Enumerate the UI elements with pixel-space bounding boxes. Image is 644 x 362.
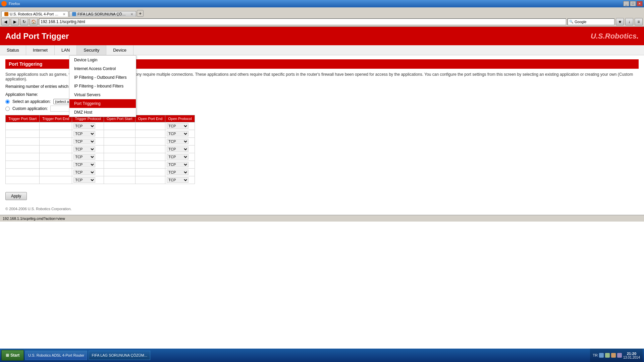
- dropdown-virtual-servers[interactable]: Virtual Servers: [69, 90, 136, 99]
- back-button[interactable]: ◀: [1, 18, 9, 25]
- status-bar: 192.168.1.1/scprttrg.cmd?action=view: [0, 215, 644, 222]
- taskbar-time: 21:20: [627, 352, 636, 356]
- minimize-button[interactable]: _: [623, 1, 629, 6]
- tray-icon-1: [599, 353, 604, 358]
- browser-tab-1[interactable]: U.S. Robotics ADSL 4-Port Router ✕: [1, 11, 68, 17]
- tab-close-1[interactable]: ✕: [63, 12, 65, 16]
- menu-button[interactable]: ≡: [635, 18, 643, 25]
- trigger-start-7[interactable]: [7, 177, 34, 183]
- trigger-proto-3[interactable]: TCPUDPBoth: [73, 146, 95, 152]
- trigger-end-1[interactable]: [41, 131, 68, 137]
- open-end-2[interactable]: [137, 138, 164, 144]
- open-end-0[interactable]: [137, 123, 164, 129]
- trigger-end-6[interactable]: [41, 169, 68, 175]
- open-start-6[interactable]: [105, 169, 132, 175]
- open-start-5[interactable]: [105, 162, 132, 168]
- trigger-start-0[interactable]: [7, 123, 34, 129]
- trigger-start-6[interactable]: [7, 169, 34, 175]
- nav-menu: Status Internet LAN Security Device Devi…: [0, 45, 644, 55]
- search-box[interactable]: 🔍 Google: [568, 18, 614, 25]
- browser-title: Firefox: [9, 2, 20, 6]
- dropdown-device-login[interactable]: Device Login: [69, 56, 136, 64]
- open-start-4[interactable]: [105, 154, 132, 160]
- trigger-end-7[interactable]: [41, 177, 68, 183]
- nav-lan[interactable]: LAN: [55, 45, 77, 55]
- open-start-0[interactable]: [105, 123, 132, 129]
- open-proto-2[interactable]: TCPUDPBoth: [167, 139, 189, 144]
- open-proto-4[interactable]: TCPUDPBoth: [167, 154, 189, 160]
- trigger-proto-0[interactable]: TCPUDPBoth: [73, 123, 95, 129]
- taskbar-item-1[interactable]: U.S. Robotics ADSL 4-Port Router: [25, 351, 87, 360]
- security-dropdown: Device Login Internet Access Control IP …: [69, 55, 136, 117]
- tray-icon-4: [617, 353, 622, 358]
- open-end-4[interactable]: [137, 154, 164, 160]
- apply-button[interactable]: Apply: [5, 192, 27, 200]
- nav-status[interactable]: Status: [0, 45, 26, 55]
- dropdown-dmz-host[interactable]: DMZ Host: [69, 108, 136, 117]
- custom-app-radio[interactable]: [5, 107, 10, 111]
- trigger-proto-6[interactable]: TCPUDPBoth: [73, 170, 95, 175]
- trigger-start-1[interactable]: [7, 131, 34, 137]
- open-end-1[interactable]: [137, 131, 164, 137]
- dropdown-ip-outbound[interactable]: IP Filtering - Outbound Filters: [69, 73, 136, 82]
- open-start-7[interactable]: [105, 177, 132, 183]
- trigger-end-2[interactable]: [41, 138, 68, 144]
- page-title: Add Port Trigger: [5, 32, 69, 41]
- browser-chrome: Firefox _ □ ✕ U.S. Robotics ADSL 4-Port …: [0, 0, 644, 27]
- open-proto-0[interactable]: TCPUDPBoth: [167, 123, 189, 129]
- trigger-proto-5[interactable]: TCPUDPBoth: [73, 162, 95, 167]
- open-end-5[interactable]: [137, 162, 164, 168]
- nav-device[interactable]: Device: [106, 45, 133, 55]
- taskbar-item-2[interactable]: FIFA LAG SORUNUNA ÇÖZÜM...: [89, 351, 150, 360]
- close-button[interactable]: ✕: [637, 1, 643, 6]
- table-row: TCPUDPBoth TCPUDPBoth: [6, 161, 195, 169]
- dropdown-internet-access[interactable]: Internet Access Control: [69, 64, 136, 73]
- home-button[interactable]: 🏠: [30, 18, 38, 25]
- trigger-proto-7[interactable]: TCPUDPBoth: [73, 177, 95, 183]
- open-end-6[interactable]: [137, 169, 164, 175]
- trigger-end-3[interactable]: [41, 146, 68, 152]
- trigger-end-5[interactable]: [41, 162, 68, 168]
- browser-tab-2[interactable]: FIFA LAG SORUNUNA ÇÖZÜM OLAB... ✕: [69, 11, 136, 17]
- browser-nav-bar: ◀ ▶ ↻ 🏠 192.168.1.1/scprttrg.html 🔍 Goog…: [0, 17, 644, 27]
- tab-close-2[interactable]: ✕: [130, 12, 133, 16]
- open-end-3[interactable]: [137, 146, 164, 152]
- dropdown-port-triggering[interactable]: Port Triggering: [69, 99, 136, 108]
- start-button[interactable]: ⊞ Start: [1, 350, 24, 361]
- table-row: TCPUDPBoth TCPUDPBoth: [6, 145, 195, 153]
- windows-icon: ⊞: [6, 353, 9, 358]
- forward-button[interactable]: ▶: [11, 18, 19, 25]
- bookmark-button[interactable]: ★: [616, 18, 624, 25]
- trigger-end-4[interactable]: [41, 154, 68, 160]
- nav-security[interactable]: Security: [77, 45, 106, 55]
- trigger-proto-2[interactable]: TCPUDPBoth: [73, 139, 95, 144]
- open-proto-3[interactable]: TCPUDPBoth: [167, 146, 189, 152]
- open-proto-7[interactable]: TCPUDPBoth: [167, 177, 189, 183]
- nav-internet[interactable]: Internet: [26, 45, 55, 55]
- download-button[interactable]: ↓: [625, 18, 633, 25]
- trigger-proto-4[interactable]: TCPUDPBoth: [73, 154, 95, 160]
- open-start-1[interactable]: [105, 131, 132, 137]
- trigger-start-5[interactable]: [7, 162, 34, 168]
- open-proto-1[interactable]: TCPUDPBoth: [167, 131, 189, 136]
- open-end-7[interactable]: [137, 177, 164, 183]
- search-icon: 🔍: [569, 20, 573, 23]
- reload-button[interactable]: ↻: [20, 18, 28, 25]
- open-proto-5[interactable]: TCPUDPBoth: [167, 162, 189, 167]
- trigger-end-0[interactable]: [41, 123, 68, 129]
- trigger-start-2[interactable]: [7, 138, 34, 144]
- open-start-2[interactable]: [105, 138, 132, 144]
- page-content: Add Port Trigger U.S.Robotics. Status In…: [0, 27, 644, 215]
- taskbar-date: 13.01.2014: [623, 356, 640, 359]
- open-proto-6[interactable]: TCPUDPBoth: [167, 170, 189, 175]
- new-tab-button[interactable]: +: [137, 10, 144, 17]
- dropdown-ip-inbound[interactable]: IP Filtering - Inbound Filters: [69, 82, 136, 90]
- open-start-3[interactable]: [105, 146, 132, 152]
- trigger-proto-1[interactable]: TCPUDPBoth: [73, 131, 95, 136]
- select-app-radio[interactable]: [5, 100, 10, 104]
- trigger-start-3[interactable]: [7, 146, 34, 152]
- maximize-button[interactable]: □: [630, 1, 636, 6]
- address-bar[interactable]: 192.168.1.1/scprttrg.html: [39, 18, 566, 25]
- taskbar-item-2-label: FIFA LAG SORUNUNA ÇÖZÜM...: [92, 353, 147, 357]
- trigger-start-4[interactable]: [7, 154, 34, 160]
